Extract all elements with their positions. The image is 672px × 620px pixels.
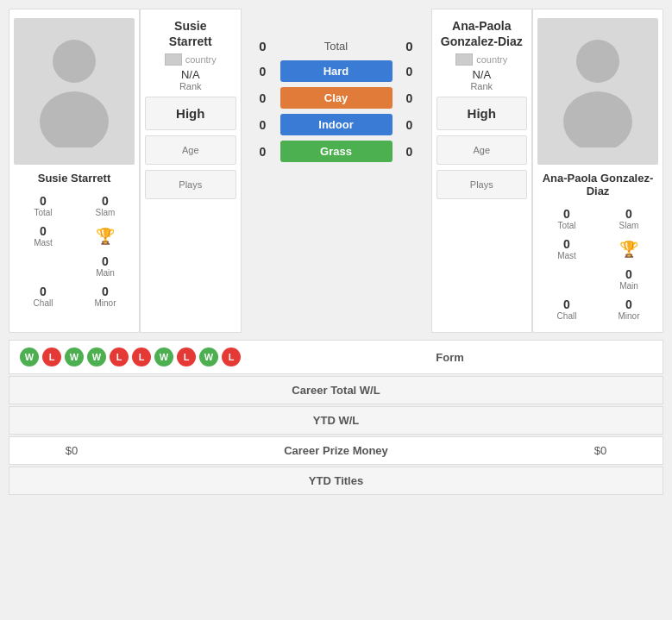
- right-player-card: Ana-Paola Gonzalez-Diaz 0 Total 0 Slam 0…: [532, 9, 663, 333]
- left-trophy: 🏆: [76, 222, 135, 250]
- indoor-right-val: 0: [397, 118, 423, 132]
- right-main-stat: 0 Main: [600, 265, 658, 293]
- right-total-stat: 0 Total: [537, 204, 596, 233]
- clay-court-btn[interactable]: Clay: [280, 87, 393, 109]
- form-badge-0: W: [20, 348, 39, 366]
- right-total-val: 0: [397, 39, 423, 53]
- trophy-icon: 🏆: [96, 227, 115, 246]
- form-badge-3: W: [87, 348, 106, 366]
- grass-right-val: 0: [397, 145, 423, 159]
- left-stats-grid: 0 Total 0 Slam 0 Mast 🏆 0 Main: [14, 191, 135, 310]
- prize-row: $0 Career Prize Money $0: [9, 436, 663, 465]
- left-mast-stat: 0 Mast: [14, 222, 72, 250]
- left-chall-stat: 0 Chall: [14, 282, 72, 310]
- left-main-stat: 0 Main: [76, 252, 135, 280]
- total-label: Total: [276, 40, 397, 53]
- left-player-name: Susie Starrett: [38, 172, 111, 185]
- right-slam-stat: 0 Slam: [600, 204, 658, 233]
- clay-right-val: 0: [397, 91, 423, 105]
- indoor-left-val: 0: [250, 118, 276, 132]
- hard-left-val: 0: [250, 65, 276, 78]
- form-badge-7: L: [177, 348, 196, 366]
- form-badge-9: L: [222, 348, 241, 366]
- left-age-box: Age: [145, 135, 236, 165]
- right-prize-val: $0: [549, 444, 652, 457]
- ytd-titles-row: YTD Titles: [9, 467, 663, 495]
- career-total-row: Career Total W/L: [9, 376, 663, 404]
- grass-court-btn[interactable]: Grass: [280, 141, 393, 162]
- right-age-box: Age: [436, 135, 528, 165]
- left-plays-box: Plays: [145, 170, 236, 199]
- form-badge-6: W: [154, 348, 173, 366]
- right-trophy-icon: 🏆: [619, 240, 638, 259]
- center-court-panel: 0 Total 0 0 Hard 0 0 Clay 0 0 Indoor 0 0: [242, 9, 431, 333]
- right-minor-stat: 0 Minor: [600, 295, 658, 323]
- form-label: Form: [248, 351, 652, 364]
- grass-left-val: 0: [250, 145, 276, 159]
- hard-court-btn[interactable]: Hard: [280, 60, 393, 82]
- right-plays-box: Plays: [436, 170, 528, 199]
- right-middle-panel: Ana-Paola Gonzalez-Diaz country N/A Rank…: [431, 9, 533, 333]
- hard-right-val: 0: [397, 65, 423, 78]
- form-badge-8: W: [199, 348, 218, 366]
- svg-point-2: [576, 40, 619, 83]
- top-section: Susie Starrett 0 Total 0 Slam 0 Mast 🏆: [9, 9, 663, 333]
- main-container: Susie Starrett 0 Total 0 Slam 0 Mast 🏆: [0, 0, 672, 504]
- left-prize-val: $0: [20, 444, 123, 457]
- left-total-val: 0: [250, 39, 276, 53]
- right-country-flag: country: [455, 53, 507, 66]
- right-player-name: Ana-Paola Gonzalez-Diaz: [537, 172, 658, 197]
- clay-court-row: 0 Clay 0: [250, 87, 423, 109]
- right-rank-box: N/A Rank: [470, 68, 493, 91]
- hard-court-row: 0 Hard 0: [250, 60, 423, 82]
- left-flag-img: [165, 53, 182, 66]
- form-row: WLWWLLWLWL Form: [9, 340, 663, 374]
- right-high-box: High: [436, 97, 528, 130]
- left-slam-stat: 0 Slam: [76, 191, 135, 220]
- clay-left-val: 0: [250, 91, 276, 105]
- right-mast-stat: 0 Mast: [537, 235, 596, 263]
- right-trophy: 🏆: [600, 235, 658, 263]
- form-badge-1: L: [42, 348, 61, 366]
- left-middle-panel: Susie Starrett country N/A Rank High Age…: [140, 9, 242, 333]
- form-badge-2: W: [65, 348, 84, 366]
- right-center-name: Ana-Paola Gonzalez-Diaz: [441, 18, 523, 49]
- prize-label: Career Prize Money: [123, 444, 549, 457]
- form-badges: WLWWLLWLWL: [20, 348, 241, 366]
- grass-court-row: 0 Grass 0: [250, 141, 423, 162]
- left-center-name: Susie Starrett: [169, 18, 212, 49]
- form-badge-4: L: [110, 348, 129, 366]
- bottom-section: WLWWLLWLWL Form Career Total W/L YTD W/L…: [9, 340, 663, 495]
- left-player-avatar: [14, 18, 135, 165]
- right-flag-img: [455, 53, 473, 66]
- ytd-wl-row: YTD W/L: [9, 406, 663, 435]
- form-badge-5: L: [132, 348, 151, 366]
- right-chall-stat: 0 Chall: [537, 295, 596, 323]
- total-row: 0 Total 0: [250, 13, 423, 53]
- indoor-court-btn[interactable]: Indoor: [280, 114, 393, 135]
- svg-point-3: [563, 91, 632, 147]
- right-stats-grid: 0 Total 0 Slam 0 Mast 🏆 0 Main: [537, 204, 658, 323]
- left-rank-box: N/A Rank: [179, 68, 202, 91]
- svg-point-0: [53, 40, 96, 83]
- indoor-court-row: 0 Indoor 0: [250, 114, 423, 135]
- left-total-stat: 0 Total: [14, 191, 72, 220]
- left-high-box: High: [145, 97, 236, 130]
- right-player-avatar: [537, 18, 658, 165]
- left-country-flag: country: [165, 53, 217, 66]
- left-player-card: Susie Starrett 0 Total 0 Slam 0 Mast 🏆: [9, 9, 140, 333]
- svg-point-1: [40, 91, 109, 147]
- left-minor-stat: 0 Minor: [76, 282, 135, 310]
